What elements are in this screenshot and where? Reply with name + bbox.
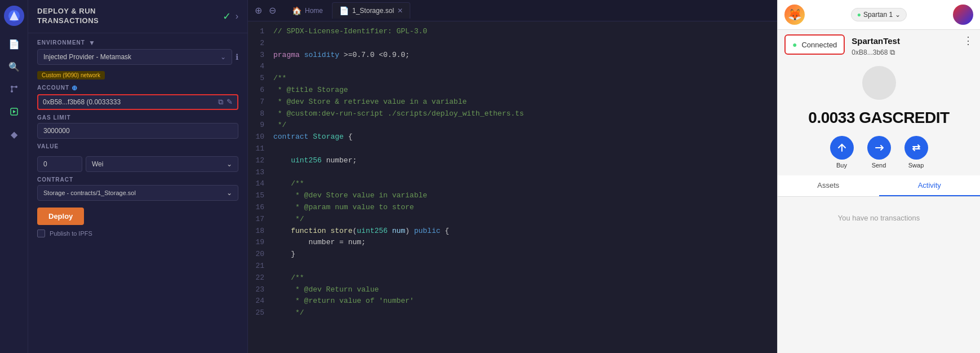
deploy-panel: DEPLOY & RUNTRANSACTIONS ✓ › ENVIRONMENT…	[28, 0, 248, 353]
code-line: 10contract Storage {	[248, 131, 777, 143]
code-editor: ⊕ ⊖ 🏠 Home 📄 1_Storage.sol ✕ 1// SPDX-Li…	[248, 0, 777, 353]
code-line: 8 * @custom:dev-run-script ./scripts/dep…	[248, 108, 777, 120]
tab-home[interactable]: 🏠 Home	[285, 3, 330, 19]
sidebar: 📄 🔍 ◆	[0, 0, 28, 353]
network-chevron-icon: ⌄	[895, 11, 901, 19]
chevron-down-icon: ⌄	[220, 53, 226, 61]
code-line: 9 */	[248, 120, 777, 131]
network-selector[interactable]: ● Spartan 1 ⌄	[851, 8, 907, 21]
tab-assets[interactable]: Assets	[778, 175, 879, 196]
connected-status-dot: ●	[792, 40, 797, 49]
code-line: 5/**	[248, 73, 777, 85]
metamask-panel: 🦊 ● Spartan 1 ⌄ ● Connected SpartanTest …	[777, 0, 980, 353]
send-button[interactable]: Send	[867, 136, 891, 169]
user-avatar[interactable]	[953, 5, 973, 25]
code-line: 11	[248, 143, 777, 155]
svg-point-3	[11, 90, 13, 92]
code-line: 21	[248, 261, 777, 272]
contract-label: CONTRACT	[37, 177, 238, 183]
network-name: Spartan 1	[863, 11, 893, 19]
copy-account-button[interactable]: ⧉	[218, 98, 223, 107]
code-line: 23 * @dev Return value	[248, 284, 777, 296]
search-icon[interactable]: 🔍	[5, 58, 23, 76]
chevron-contract-icon: ⌄	[227, 189, 232, 197]
code-line: 19 number = num;	[248, 237, 777, 249]
account-address: 0xB8...3b68	[852, 48, 888, 56]
code-line: 18 function store(uint256 num) public {	[248, 226, 777, 237]
contract-row: CONTRACT Storage - contracts/1_Storage.s…	[28, 177, 247, 205]
no-transactions-message: You have no transactions	[778, 197, 980, 239]
send-label: Send	[872, 162, 886, 169]
network-status-dot: ●	[857, 11, 861, 19]
action-buttons: Buy Send Swap	[778, 134, 980, 175]
info-icon[interactable]: ℹ	[236, 52, 238, 61]
address-row: 0xB8...3b68 ⧉	[849, 48, 973, 57]
code-line: 3pragma solidity >=0.7.0 <0.9.0;	[248, 50, 777, 61]
copy-address-icon[interactable]: ⧉	[890, 48, 895, 57]
gas-limit-label: GAS LIMIT	[37, 114, 238, 121]
code-line: 6 * @title Storage	[248, 85, 777, 96]
deploy-icon[interactable]	[5, 103, 23, 121]
code-line: 16 * @param num value to store	[248, 202, 777, 214]
code-line: 2	[248, 38, 777, 50]
account-section: SpartanTest ⋮	[849, 34, 973, 48]
publish-row: Publish to IPFS	[28, 230, 247, 237]
unit-select[interactable]: Wei ⌄	[86, 156, 238, 172]
git-icon[interactable]	[5, 80, 23, 98]
code-line: 4	[248, 61, 777, 73]
buy-icon	[830, 136, 854, 160]
edit-account-button[interactable]: ✎	[227, 98, 233, 106]
environment-row: Injected Provider - Metamask ⌄ ℹ	[28, 49, 247, 69]
mm-tabs: Assets Activity	[778, 175, 980, 197]
metamask-fox-icon: 🦊	[784, 5, 805, 25]
arrow-right-icon[interactable]: ›	[236, 11, 238, 21]
account-info-icon[interactable]: ⊕	[72, 84, 78, 92]
check-icon: ✓	[223, 10, 231, 23]
connected-label: Connected	[801, 41, 837, 49]
gas-limit-input[interactable]	[37, 123, 238, 139]
code-line: 1// SPDX-License-Identifier: GPL-3.0	[248, 26, 777, 38]
code-line: 17 */	[248, 214, 777, 226]
account-name: SpartanTest	[852, 36, 900, 46]
network-badge: Custom (9090) network	[37, 71, 105, 80]
zoom-out-button[interactable]: ⊖	[267, 4, 278, 17]
code-line: 25 */	[248, 307, 777, 319]
app-logo	[4, 6, 24, 26]
send-icon	[867, 136, 891, 160]
publish-label: Publish to IPFS	[50, 230, 92, 237]
svg-marker-8	[13, 110, 16, 113]
more-options-button[interactable]: ⋮	[963, 34, 973, 47]
value-input[interactable]	[37, 156, 82, 172]
buy-button[interactable]: Buy	[830, 136, 854, 169]
contract-select[interactable]: Storage - contracts/1_Storage.sol ⌄	[37, 185, 238, 201]
publish-checkbox[interactable]	[37, 230, 45, 237]
files-icon[interactable]: 📄	[5, 35, 23, 53]
value-label: VALUE	[37, 143, 238, 149]
code-line: 12 uint256 number;	[248, 155, 777, 167]
balance-section: 0.0033 GASCREDIT	[778, 107, 980, 134]
account-label: ACCOUNT ⊕	[37, 84, 238, 92]
account-avatar-circle	[862, 66, 896, 100]
balance-amount: 0.0033 GASCREDIT	[808, 109, 949, 126]
code-line: 14 /**	[248, 178, 777, 190]
value-row: Wei ⌄	[28, 156, 247, 177]
swap-icon	[904, 136, 928, 160]
tab-storage-sol[interactable]: 📄 1_Storage.sol ✕	[332, 2, 410, 19]
environment-label: ENVIRONMENT ▼	[28, 33, 247, 49]
deploy-button[interactable]: Deploy	[37, 208, 84, 225]
editor-tabs: ⊕ ⊖ 🏠 Home 📄 1_Storage.sol ✕	[248, 0, 777, 21]
tab-activity[interactable]: Activity	[879, 175, 981, 196]
code-line: 20 }	[248, 249, 777, 261]
account-address: 0xB58...f3b68 (0.0033333	[43, 98, 215, 106]
zoom-in-button[interactable]: ⊕	[252, 4, 264, 17]
filter-icon: ▼	[88, 39, 96, 47]
environment-select[interactable]: Injected Provider - Metamask ⌄	[37, 49, 232, 65]
home-icon: 🏠	[292, 6, 301, 15]
code-content: 1// SPDX-License-Identifier: GPL-3.0 2 3…	[248, 21, 777, 353]
deploy-title: DEPLOY & RUNTRANSACTIONS	[37, 7, 99, 26]
code-line: 7 * @dev Store & retrieve value in a var…	[248, 96, 777, 108]
swap-button[interactable]: Swap	[904, 136, 928, 169]
account-row: ACCOUNT ⊕ 0xB58...f3b68 (0.0033333 ⧉ ✎	[28, 84, 247, 114]
tab-close-button[interactable]: ✕	[397, 7, 403, 15]
plugin-icon[interactable]: ◆	[5, 125, 23, 143]
